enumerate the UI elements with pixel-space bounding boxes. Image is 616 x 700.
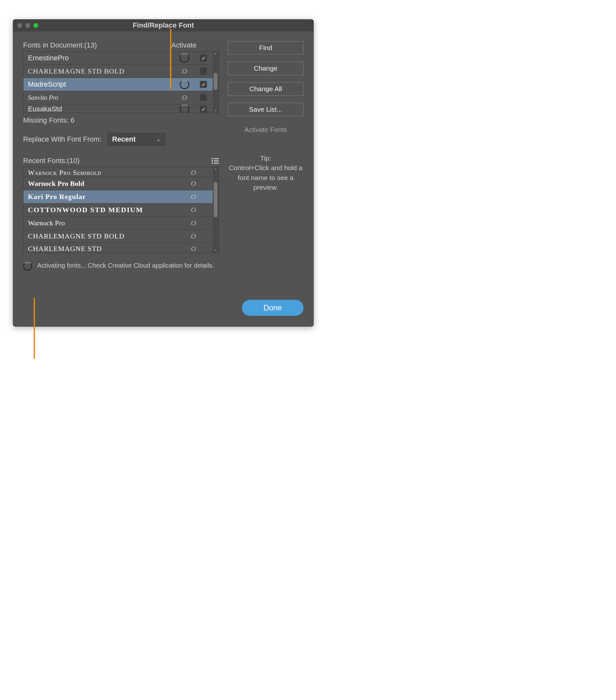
document-font-row[interactable]: CHARLEMAGNE STD BOLDO [23,65,218,78]
scroll-down-icon[interactable]: ⌄ [214,247,217,253]
scroll-thumb[interactable] [214,73,217,90]
scroll-up-icon[interactable]: ⌃ [214,52,217,58]
font-name: Warnock Pro Semibold [23,168,174,177]
opentype-icon: O [191,192,196,201]
zoom-icon[interactable] [33,23,38,28]
document-font-row[interactable]: EusakaStd [23,104,218,113]
opentype-icon: O [191,245,196,253]
spinner-icon [180,104,189,113]
titlebar: Find/Replace Font [13,19,314,32]
font-name: EusakaStd [23,105,175,113]
opentype-icon: O [191,179,196,188]
font-name: ErnestinePro [23,54,175,62]
dialog-window: Find/Replace Font Fonts in Document:(13)… [13,19,314,327]
select-value: Recent [112,135,136,143]
document-font-list[interactable]: ErnestineProCHARLEMAGNE STD BOLDOMadreSc… [23,51,219,113]
opentype-icon: O [191,206,196,214]
activate-checkbox[interactable] [200,105,207,113]
recent-font-row[interactable]: Kari Pro RegularO [23,190,218,203]
minimize-icon[interactable] [25,23,30,28]
change-button[interactable]: Change [228,62,303,75]
opentype-icon: O [182,93,187,102]
activate-fonts-button: Activate Fonts [228,123,303,136]
scroll-thumb[interactable] [214,182,217,217]
scroll-down-icon[interactable]: ⌄ [214,107,217,113]
activate-checkbox[interactable] [200,81,207,88]
spinner-icon [180,53,189,63]
tip-body: Control+Click and hold a font name to se… [229,164,302,191]
document-font-row[interactable]: Sanvito ProO [23,91,218,104]
fonts-in-document-label: Fonts in Document:(13) [23,41,171,49]
tip-title: Tip: [228,153,303,163]
scrollbar[interactable]: ⌃ ⌄ [213,52,218,113]
font-name: Warnock Pro [23,219,174,227]
activate-checkbox[interactable] [200,68,207,75]
save-list-button[interactable]: Save List... [228,103,303,116]
recent-font-list[interactable]: Warnock Pro SemiboldOWarnock Pro BoldOKa… [23,167,219,253]
window-controls [17,23,38,28]
tip-text: Tip: Control+Click and hold a font name … [228,153,303,192]
recent-font-row[interactable]: Warnock ProO [23,217,218,230]
font-name: Warnock Pro Bold [23,179,174,188]
font-name: CHARLEMAGNE STD BOLD [23,67,175,75]
opentype-icon: O [191,232,196,240]
status-text: Activating fonts... Check Creative Cloud… [37,261,214,270]
activate-checkbox[interactable] [200,54,207,62]
font-name: MadreScript [23,80,175,89]
scroll-up-icon[interactable]: ⌃ [214,167,217,173]
list-view-icon[interactable] [212,158,219,164]
close-icon[interactable] [17,23,22,28]
recent-font-row[interactable]: COTTONWOOD STD MEDIUMO [23,203,218,217]
done-button[interactable]: Done [242,300,303,316]
replace-with-label: Replace With Font From: [23,135,102,143]
replace-source-select[interactable]: Recent ⌄ [108,133,165,146]
recent-font-row[interactable]: Warnock Pro BoldO [23,177,218,190]
font-name: CHARLEMAGNE STD [23,245,174,253]
document-font-row[interactable]: MadreScript [23,78,218,91]
scrollbar[interactable]: ⌃ ⌄ [213,167,218,253]
recent-font-row[interactable]: Warnock Pro SemiboldO [23,167,218,177]
missing-fonts-label: Missing Fonts: 6 [23,116,219,125]
recent-font-row[interactable]: CHARLEMAGNE STD BOLDO [23,230,218,243]
font-name: Kari Pro Regular [23,192,174,201]
activate-column-label: Activate [171,41,219,49]
callout-a-line [170,29,171,89]
chevron-down-icon: ⌄ [156,137,160,142]
change-all-button[interactable]: Change All [228,82,303,96]
document-font-row[interactable]: ErnestinePro [23,52,218,65]
spinner-icon [23,262,32,271]
find-button[interactable]: Find [228,41,303,54]
spinner-icon [180,79,189,89]
window-title: Find/Replace Font [13,21,314,29]
opentype-icon: O [182,67,187,75]
recent-fonts-label: Recent Fonts:(10) [23,157,79,165]
font-name: CHARLEMAGNE STD BOLD [23,232,174,240]
activate-checkbox[interactable] [200,94,207,101]
opentype-icon: O [191,168,196,177]
font-name: COTTONWOOD STD MEDIUM [23,206,174,214]
opentype-icon: O [191,219,196,227]
font-name: Sanvito Pro [23,94,175,101]
recent-font-row[interactable]: CHARLEMAGNE STDO [23,243,218,253]
callout-b-line [34,298,35,359]
